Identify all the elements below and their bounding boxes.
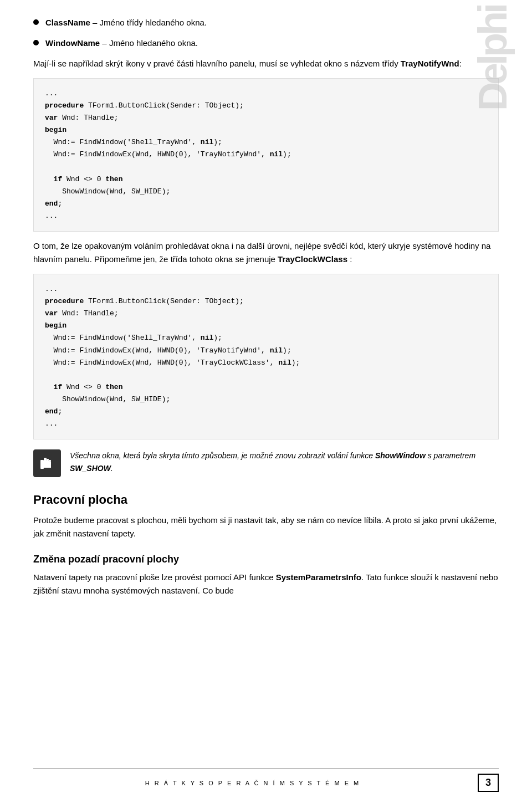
para1-text: O tom, že lze opakovaným voláním prohled… — [33, 241, 490, 264]
note-text1: Všechna okna, která byla skryta tímto zp… — [70, 451, 375, 460]
keyword-then-2: then — [105, 383, 122, 391]
bullet-classname: ClassName – Jméno třídy hledaného okna. — [33, 17, 499, 29]
code-block-1: ... procedure TForm1.ButtonClick(Sender:… — [33, 78, 499, 232]
note-box: Všechna okna, která byla skryta tímto zp… — [33, 449, 499, 477]
footer-page-number: 3 — [478, 774, 499, 792]
ellipsis-1: ... — [45, 89, 58, 98]
section1-para: Protože budeme pracovat s plochou, měli … — [33, 514, 499, 540]
footer: H R Á T K Y S O P E R A Č N Í M S Y S T … — [33, 769, 499, 792]
page: Delphi ClassName – Jméno třídy hledaného… — [0, 0, 532, 803]
keyword-end-1: end — [45, 200, 58, 208]
section2-para: Natavení tapety na pracovní ploše lze pr… — [33, 571, 499, 597]
keyword-then-1: then — [105, 175, 122, 183]
keyword-procedure-2: procedure — [45, 297, 84, 305]
keyword-nil-2: nil — [270, 150, 283, 158]
ellipsis-2: ... — [45, 285, 58, 293]
note-bold2: SW_SHOW — [70, 464, 111, 473]
keyword-var-2: var — [45, 309, 58, 318]
bullet-windowname: WindowName – Jméno hledaného okna. — [33, 37, 499, 50]
classname-text: Jméno třídy hledaného okna. — [100, 18, 207, 27]
para1-end: : — [347, 254, 352, 264]
keyword-if-1: if — [54, 175, 63, 183]
section2-heading: Změna pozadí pracovní plochy — [33, 554, 499, 565]
bullet-text-classname: ClassName – Jméno třídy hledaného okna. — [45, 17, 207, 29]
keyword-nil-3: nil — [201, 334, 213, 342]
classname-dash: – — [90, 18, 100, 27]
windowname-text: Jméno hledaného okna. — [109, 38, 198, 48]
section2-para1-text: Natavení tapety na pracovní ploše lze pr… — [33, 572, 276, 582]
keyword-nil-4: nil — [270, 346, 283, 355]
code-block-2: ... procedure TForm1.ButtonClick(Sender:… — [33, 274, 499, 439]
intro-bold: TrayNotifyWnd — [401, 59, 459, 68]
classname-label: ClassName — [45, 18, 90, 27]
para1-bold: TrayClockWClass — [278, 254, 347, 264]
windowname-dash: – — [100, 38, 109, 48]
bullet-dot-windowname — [33, 40, 39, 45]
note-text-container: Všechna okna, která byla skryta tímto zp… — [70, 449, 499, 474]
svg-rect-4 — [47, 461, 49, 468]
keyword-procedure-1: procedure — [45, 101, 84, 110]
note-icon — [33, 449, 61, 477]
svg-rect-0 — [40, 460, 44, 469]
keyword-begin-1: begin — [45, 126, 66, 134]
bullet-dot-classname — [33, 19, 39, 25]
section1-heading: Pracovní plocha — [33, 493, 499, 507]
note-bold1: ShowWindow — [375, 451, 426, 460]
svg-rect-1 — [44, 458, 47, 460]
bullet-text-windowname: WindowName – Jméno hledaného okna. — [45, 37, 198, 50]
svg-rect-6 — [49, 462, 51, 468]
note-text3: . — [111, 464, 113, 473]
windowname-label: WindowName — [45, 38, 100, 48]
section2-bold: SystemParametrsInfo — [276, 572, 361, 582]
keyword-var-1: var — [45, 114, 58, 122]
footer-text: H R Á T K Y S O P E R A Č N Í M S Y S T … — [33, 780, 472, 786]
para1: O tom, že lze opakovaným voláním prohled… — [33, 239, 499, 266]
svg-rect-5 — [49, 460, 51, 462]
note-icon-svg — [38, 454, 56, 472]
svg-rect-2 — [44, 460, 47, 468]
intro-paragraph: Mají-li se například skrýt ikony v pravé… — [33, 57, 499, 70]
svg-rect-3 — [47, 459, 49, 461]
keyword-nil-1: nil — [201, 138, 213, 146]
keyword-begin-2: begin — [45, 321, 66, 330]
keyword-if-2: if — [54, 383, 63, 391]
keyword-end-2: end — [45, 407, 58, 416]
note-text2: s parametrem — [426, 451, 475, 460]
intro-end: : — [459, 59, 462, 68]
keyword-nil-5: nil — [278, 359, 291, 367]
delphi-watermark: Delphi — [470, 6, 515, 111]
intro-text: Mají-li se například skrýt ikony v pravé… — [33, 59, 401, 68]
